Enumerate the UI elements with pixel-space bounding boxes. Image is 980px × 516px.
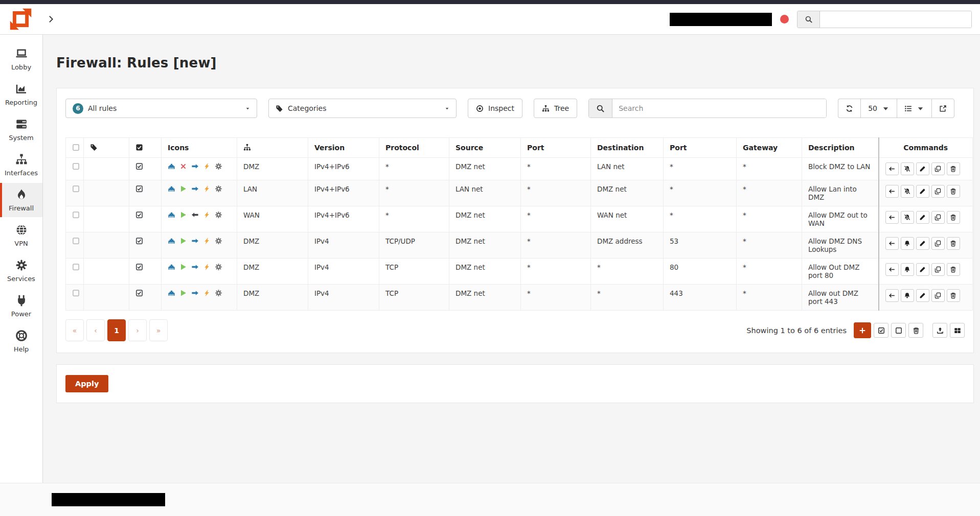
clone-button[interactable] [931,211,945,224]
sidebar-item-services[interactable]: Services [0,253,42,288]
pagination-prev[interactable]: ‹ [86,319,105,341]
edit-icon [919,166,926,172]
pagination-page-1[interactable]: 1 [107,319,126,341]
deselect-all-button[interactable] [891,323,906,338]
refresh-button[interactable] [838,99,860,118]
toggle-layout-button[interactable] [950,323,965,338]
rule-source: DMZ net [449,285,521,311]
sidebar-item-label: System [9,134,33,142]
quick-icon [203,211,211,219]
add-rule-button[interactable] [854,322,871,338]
clone-button[interactable] [931,162,945,175]
header-source[interactable]: Source [449,138,521,158]
header-source-port[interactable]: Port [521,138,591,158]
quick-icon [203,289,211,297]
select-all-checkbox[interactable] [72,144,77,151]
rule-enabled-checkbox[interactable] [135,211,155,219]
log-enabled-button[interactable] [901,237,914,250]
header-description[interactable]: Description [802,138,879,158]
export-button[interactable] [931,99,954,118]
pagination-last[interactable]: » [149,319,168,341]
grid-search-input[interactable] [612,99,826,118]
log-disabled-button[interactable] [901,211,914,224]
clone-button[interactable] [931,237,945,250]
sidebar-collapse-toggle[interactable] [47,15,55,24]
delete-button[interactable] [947,185,960,198]
sidebar-item-vpn[interactable]: VPN [0,218,42,252]
categories-select[interactable]: Categories [268,99,457,118]
log-enabled-button[interactable] [901,289,914,302]
footer-text-redacted [52,493,165,506]
sidebar-item-interfaces[interactable]: Interfaces [0,148,42,182]
columns-button[interactable] [897,99,931,118]
rule-gateway: * [737,259,802,285]
inspect-button[interactable]: Inspect [468,99,522,118]
select-all-button[interactable] [874,323,888,338]
rule-protocol: TCP [379,259,449,285]
rule-source: DMZ net [449,206,521,232]
grid-footer: « ‹ 1 › » Showing 1 to 6 of 6 entries [57,311,973,353]
tree-button[interactable]: Tree [534,99,577,118]
delete-button[interactable] [947,263,960,276]
sidebar-item-firewall[interactable]: Firewall [0,183,42,217]
edit-button[interactable] [916,263,929,276]
edit-button[interactable] [916,162,929,175]
delete-button[interactable] [947,237,960,250]
edit-button[interactable] [916,211,929,224]
sidebar-item-help[interactable]: Help [0,324,42,358]
status-dot[interactable] [780,15,789,24]
pagination-next[interactable]: › [128,319,147,341]
row-select-checkbox[interactable] [72,162,77,170]
move-button[interactable] [885,162,899,175]
move-button[interactable] [885,237,899,250]
delete-button[interactable] [947,162,960,175]
pagination-first[interactable]: « [65,319,84,341]
rules-count-badge: 6 [73,103,83,114]
log-disabled-button[interactable] [901,162,914,175]
page-size-select[interactable]: 50 [860,99,897,118]
delete-button[interactable] [947,211,960,224]
move-button[interactable] [885,289,899,302]
opnsense-logo[interactable] [9,8,32,31]
header-protocol[interactable]: Protocol [379,138,449,158]
move-button[interactable] [885,263,899,276]
delete-selected-button[interactable] [908,323,923,338]
edit-button[interactable] [916,237,929,250]
ethernet-icon [168,263,175,271]
globe-icon [15,224,28,236]
rules-filter-select[interactable]: 6 All rules [65,99,257,118]
clone-button[interactable] [931,289,945,302]
header-destination-port[interactable]: Port [664,138,737,158]
edit-button[interactable] [916,289,929,302]
log-disabled-button[interactable] [901,185,914,198]
header-icons[interactable]: Icons [162,138,237,158]
rule-enabled-checkbox[interactable] [135,289,155,297]
row-select-checkbox[interactable] [72,237,77,245]
page-footer [0,483,980,516]
sidebar-item-power[interactable]: Power [0,289,42,323]
delete-button[interactable] [947,289,960,302]
clone-button[interactable] [931,185,945,198]
global-search-input[interactable] [820,11,971,28]
row-select-checkbox[interactable] [72,185,77,193]
move-button[interactable] [885,211,899,224]
move-button[interactable] [885,185,899,198]
apply-button[interactable]: Apply [65,375,108,392]
sidebar-item-lobby[interactable]: Lobby [0,42,42,76]
header-destination[interactable]: Destination [591,138,664,158]
rule-enabled-checkbox[interactable] [135,185,155,193]
clone-button[interactable] [931,263,945,276]
header-gateway[interactable]: Gateway [737,138,802,158]
rule-enabled-checkbox[interactable] [135,263,155,271]
log-enabled-button[interactable] [901,263,914,276]
rule-enabled-checkbox[interactable] [135,237,155,245]
sidebar-item-system[interactable]: System [0,112,42,147]
row-select-checkbox[interactable] [72,289,77,297]
upload-rules-button[interactable] [932,323,947,338]
header-version[interactable]: Version [308,138,379,158]
row-select-checkbox[interactable] [72,211,77,219]
rule-enabled-checkbox[interactable] [135,162,155,170]
edit-button[interactable] [916,185,929,198]
sidebar-item-reporting[interactable]: Reporting [0,77,42,111]
row-select-checkbox[interactable] [72,263,77,271]
